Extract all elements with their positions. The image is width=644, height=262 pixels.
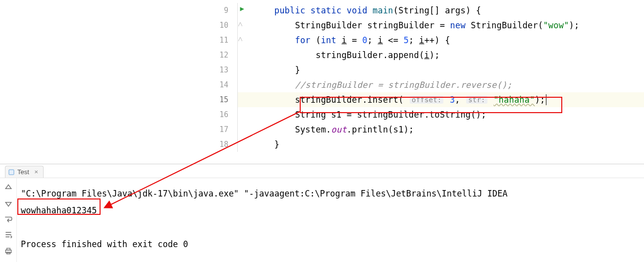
fold-marker-icon[interactable] [238, 22, 242, 26]
run-tool-window: Test ✕ "C:\Program Files\Java\jdk-17\bin… [0, 164, 644, 262]
code-editor[interactable]: 9 ▶ 10 11 12 13 14 15 16 17 18 public st… [0, 0, 644, 164]
gutter-line-15[interactable]: 15 [208, 92, 238, 107]
editor-code-area[interactable]: public static void main(String[] args) {… [238, 0, 644, 164]
run-toolbar [0, 178, 17, 262]
run-line-icon[interactable]: ▶ [240, 4, 244, 12]
run-config-icon [8, 169, 14, 175]
run-tab-label: Test [17, 168, 29, 176]
svg-rect-2 [6, 248, 10, 250]
gutter-line-18[interactable]: 18 [208, 137, 238, 152]
parameter-hint: str: [466, 96, 487, 104]
console-line: "C:\Program Files\Java\jdk-17\bin\java.e… [21, 185, 644, 202]
gutter-line-12[interactable]: 12 [208, 48, 238, 63]
parameter-hint: offset: [410, 96, 443, 104]
code-line[interactable]: System.out.println(s1); [238, 122, 644, 137]
down-arrow-icon[interactable] [4, 199, 13, 208]
console-line: wowhahaha012345 [21, 202, 644, 219]
console-output[interactable]: "C:\Program Files\Java\jdk-17\bin\java.e… [17, 178, 644, 262]
gutter-line-11[interactable]: 11 [208, 33, 238, 48]
print-icon[interactable] [4, 247, 13, 256]
code-line[interactable]: public static void main(String[] args) { [238, 3, 644, 18]
code-line[interactable]: String s1 = stringBuilder.toString(); [238, 107, 644, 122]
code-line[interactable]: } [238, 137, 644, 152]
console-line [21, 219, 644, 236]
svg-rect-0 [9, 170, 14, 175]
scroll-to-end-icon[interactable] [4, 231, 13, 240]
code-line[interactable]: stringBuilder.insert( offset: 3, str: "h… [238, 92, 644, 107]
code-line[interactable]: for (int i = 0; i <= 5; i++) { [238, 33, 644, 48]
close-icon[interactable]: ✕ [34, 169, 38, 175]
up-arrow-icon[interactable] [4, 183, 13, 192]
gutter-line-10[interactable]: 10 [208, 18, 238, 33]
soft-wrap-icon[interactable] [4, 215, 13, 224]
code-line[interactable]: //stringBuilder = stringBuilder.reverse(… [238, 77, 644, 92]
gutter-line-9[interactable]: 9 ▶ [208, 3, 238, 18]
code-line[interactable]: StringBuilder stringBuilder = new String… [238, 18, 644, 33]
gutter-line-14[interactable]: 14 [208, 77, 238, 92]
gutter-line-13[interactable]: 13 [208, 63, 238, 77]
run-tab[interactable]: Test ✕ [5, 166, 44, 178]
console-line: Process finished with exit code 0 [21, 236, 644, 253]
fold-marker-icon[interactable] [238, 37, 242, 41]
run-tabbar: Test ✕ [0, 164, 644, 178]
project-sidebar-area [0, 0, 208, 164]
text-caret [546, 94, 546, 105]
code-line[interactable]: } [238, 63, 644, 77]
code-line[interactable]: stringBuilder.append(i); [238, 48, 644, 63]
editor-gutter: 9 ▶ 10 11 12 13 14 15 16 17 18 [208, 0, 238, 164]
gutter-line-16[interactable]: 16 [208, 107, 238, 122]
gutter-line-17[interactable]: 17 [208, 122, 238, 137]
